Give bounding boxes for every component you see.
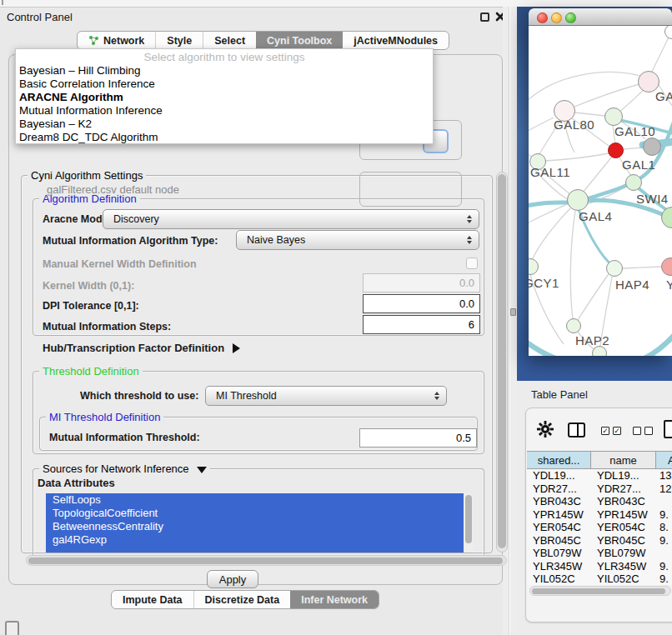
sources-toggle[interactable]: Sources for Network Inference (39, 462, 210, 475)
table-row[interactable]: YDL19...YDL19...13 (527, 469, 672, 482)
algorithm-option[interactable]: Bayesian – K2 (16, 118, 433, 131)
table-cell[interactable]: YDL19... (527, 469, 591, 482)
select-all-columns-icon[interactable]: ✓✓ (601, 427, 621, 435)
screen: Control Panel NetworkStyleSelectCyni Too… (0, 0, 672, 635)
deselect-all-columns-icon[interactable] (633, 427, 653, 435)
tab-impute-data[interactable]: Impute Data (112, 591, 193, 608)
table-row[interactable]: YBR043CYBR043C (527, 495, 672, 508)
table-panel-title: Table Panel (531, 388, 588, 401)
tab-cyni-toolbox[interactable]: Cyni Toolbox (256, 32, 343, 49)
split-columns-icon[interactable] (568, 422, 585, 438)
tab-select[interactable]: Select (203, 32, 256, 49)
table-cell[interactable]: 8. (656, 521, 672, 534)
gear-icon[interactable] (537, 421, 554, 438)
tab-infer-network[interactable]: Infer Network (290, 591, 379, 608)
table-row[interactable]: YPR145WYPR145W9. (527, 508, 672, 522)
table-cell[interactable]: 13 (656, 469, 672, 482)
table-cell[interactable]: YDL19... (591, 469, 656, 482)
network-node[interactable] (566, 318, 581, 333)
mi-threshold-input[interactable]: 0.5 (359, 428, 477, 448)
network-node[interactable] (625, 174, 642, 191)
table-cell[interactable]: 9. (656, 534, 672, 548)
minimized-panel-icon[interactable] (5, 621, 19, 635)
table-cell[interactable]: YLR345W (527, 560, 591, 573)
attribute-item-selected[interactable]: gal4RGexp (46, 533, 464, 547)
table-cell[interactable]: YIL052C (527, 572, 591, 585)
algorithm-option[interactable]: Mutual Information Inference (16, 104, 433, 118)
table-row[interactable]: YBL079WYBL079W (527, 547, 672, 560)
table-cell[interactable]: YER054C (527, 521, 591, 534)
close-window-icon[interactable] (537, 12, 548, 23)
table-cell[interactable]: 9. (656, 560, 672, 573)
apply-button[interactable]: Apply (207, 570, 258, 588)
which-threshold-select[interactable]: MI Threshold (205, 386, 447, 406)
kernel-width-input[interactable]: 0.0 (363, 273, 480, 292)
table-cell[interactable]: YPR145W (591, 508, 656, 522)
algorithm-option[interactable]: ARACNE Algorithm (16, 91, 433, 104)
network-canvas[interactable]: GAL GAL80 GAL10 GAL1 GAL11 SWI4 GAL4 GCY… (529, 26, 672, 356)
stepper-arrows-icon (467, 236, 472, 244)
table-row[interactable]: YIL052CYIL052C9. (527, 572, 672, 585)
table-row[interactable]: YLR345WYLR345W9. (527, 560, 672, 573)
table-cell[interactable]: YPR145W (527, 508, 591, 522)
attribute-item-selected[interactable]: BetweennessCentrality (46, 520, 464, 533)
vertical-scrollbar[interactable] (496, 172, 508, 552)
network-node[interactable] (606, 260, 623, 277)
tab-network[interactable]: Network (78, 32, 155, 49)
table-cell[interactable]: YDR27... (527, 482, 591, 496)
table-cell[interactable]: YER054C (591, 521, 656, 534)
kernel-width-label: Kernel Width (0,1): (43, 280, 134, 292)
algorithm-option[interactable]: Dream8 DC_TDC Algorithm (16, 131, 433, 144)
aracne-mode-select[interactable]: Discovery (103, 209, 479, 229)
mi-steps-input[interactable]: 6 (363, 315, 480, 334)
table-row[interactable]: YER054CYER054C8. (527, 521, 672, 534)
network-window-titlebar[interactable] (529, 8, 672, 26)
table-row[interactable]: YDR27...YDR27...12 (527, 482, 672, 496)
data-attributes-list[interactable]: SelfLoopsTopologicalCoefficientBetweenne… (46, 493, 473, 552)
attribute-item-selected[interactable]: TopologicalCoefficient (46, 507, 464, 520)
float-panel-icon[interactable] (480, 12, 489, 22)
minimize-window-icon[interactable] (551, 12, 562, 23)
table-cell[interactable]: YBL079W (527, 547, 591, 560)
table-cell[interactable]: YBR043C (527, 495, 591, 508)
tab-style[interactable]: Style (155, 32, 203, 49)
mi-type-select[interactable]: Naive Bayes (236, 230, 479, 250)
table-cell[interactable]: YLR345W (591, 560, 656, 573)
network-node[interactable] (604, 108, 623, 126)
table-cell[interactable]: YDR27... (591, 482, 656, 496)
list-scrollbar[interactable] (464, 493, 473, 552)
column-header[interactable]: name (591, 452, 656, 468)
table-cell[interactable]: 9. (656, 508, 672, 522)
table-row[interactable]: YBR045CYBR045C9. (527, 534, 672, 548)
table-cell[interactable] (656, 547, 672, 560)
dpi-tolerance-input[interactable]: 0.0 (363, 294, 480, 313)
table-cell[interactable] (656, 495, 672, 508)
tab-jactivemnodules[interactable]: jActiveMNodules (343, 32, 449, 49)
divider-handle-icon[interactable] (510, 308, 516, 316)
algorithm-option[interactable]: Basic Correlation Inference (16, 78, 433, 91)
tab-discretize-data[interactable]: Discretize Data (193, 591, 291, 608)
network-node[interactable] (567, 189, 589, 211)
horizontal-scrollbar[interactable] (26, 555, 507, 566)
network-node-selected-red[interactable] (608, 142, 624, 158)
column-header[interactable]: shared... (527, 452, 591, 468)
network-view-window[interactable]: GAL GAL80 GAL10 GAL1 GAL11 SWI4 GAL4 GCY… (529, 8, 672, 356)
node-label: GCY1 (529, 276, 559, 290)
table-cell[interactable]: 9. (656, 572, 672, 585)
table-cell[interactable]: YBL079W (591, 547, 656, 560)
network-node[interactable] (643, 138, 661, 156)
table-cell[interactable]: YBR045C (591, 534, 656, 548)
new-table-icon[interactable] (664, 420, 672, 438)
table-cell[interactable]: YIL052C (591, 572, 656, 585)
attribute-item-selected[interactable]: SelfLoops (46, 493, 464, 507)
table-horizontal-scrollbar[interactable] (529, 586, 671, 596)
column-header[interactable]: A (656, 452, 672, 468)
hub-section-toggle[interactable]: Hub/Transcription Factor Definition (43, 342, 240, 354)
table-cell[interactable]: YBR043C (591, 495, 656, 508)
table-cell[interactable]: YBR045C (527, 534, 591, 548)
zoom-window-icon[interactable] (565, 12, 576, 23)
algorithm-option[interactable]: Bayesian – Hill Climbing (16, 64, 433, 78)
manual-kernel-checkbox[interactable] (466, 258, 478, 269)
attribute-item-partial[interactable] (46, 547, 464, 552)
table-cell[interactable]: 12 (656, 482, 672, 496)
